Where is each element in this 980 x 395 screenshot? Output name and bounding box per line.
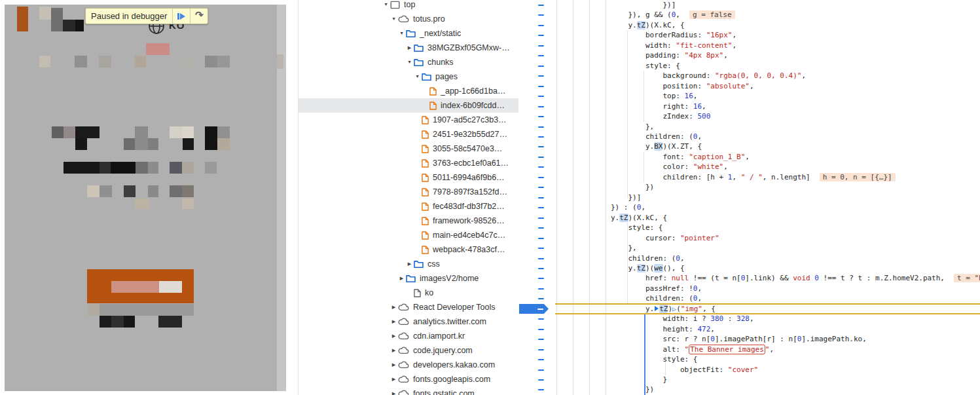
tree-item[interactable]: ▶code.jquery.com [299,343,518,358]
code-line[interactable]: style: { [518,223,980,233]
code-line[interactable]: }) : (0, [518,202,980,212]
disclosure-chevron-icon[interactable]: ▼ [382,2,389,7]
code-line[interactable]: borderRadius: "16px", [518,30,980,40]
code-line[interactable]: zIndex: 500 [518,111,980,121]
code-token: ( [676,305,681,313]
tree-item[interactable]: webpack-478a3cf… [299,242,518,257]
tree-item[interactable]: 7978-897f3a152fd… [299,185,518,199]
code-line[interactable]: })] [518,0,980,10]
code-line[interactable]: }) [518,182,980,192]
code-token: "caption_1_B" [689,153,745,161]
highlighted-token[interactable]: tZ [659,305,668,313]
code-line[interactable]: right: 16, [518,102,980,111]
highlighted-token[interactable]: tZ [637,21,645,29]
code-line[interactable]: width: i ? 380 : 328, [518,314,980,324]
tree-item[interactable]: ▼pages [299,69,518,84]
tree-item[interactable]: ▶fonts.gstatic.com [299,386,518,395]
disclosure-chevron-icon[interactable]: ▶ [398,276,405,281]
step-over-button[interactable]: ↷ [190,9,208,24]
code-line[interactable]: })] [518,193,980,202]
disclosure-chevron-icon[interactable]: ▼ [398,31,405,36]
code-line[interactable]: }, [518,243,980,253]
code-line[interactable]: alt: "The Banner images", [518,345,980,354]
tree-item[interactable]: 2451-9e32b55d27… [299,127,518,141]
code-line[interactable]: } [518,375,980,385]
code-token: })] [611,193,641,202]
disclosure-chevron-icon[interactable]: ▶ [390,305,397,310]
tree-item[interactable]: 1907-ad5c27c3b3… [299,113,518,127]
tree-item[interactable]: framework-98526… [299,214,518,228]
tree-item[interactable]: fec483df-db3f7b2… [299,199,518,214]
tree-item[interactable]: ▼_next/static [299,26,518,41]
code-line[interactable]: background: "rgba(0, 0, 0, 0.4)", [518,71,980,81]
code-token: , [710,325,715,333]
tree-item[interactable]: ▼totus.pro [299,12,518,26]
tree-item[interactable]: ▶38MGZBxf05GMxw-… [299,41,518,55]
code-line[interactable]: style: { [518,354,980,364]
disclosure-chevron-icon[interactable]: ▶ [390,362,397,367]
code-line[interactable]: y.tZ)(X.kC, { [518,213,980,223]
code-line[interactable]: children: (0, [518,293,980,303]
tree-item[interactable]: ▶cdn.iamport.kr [299,329,518,343]
resume-button[interactable] [172,9,190,24]
code-line[interactable]: passHref: !0, [518,284,980,293]
disclosure-chevron-icon[interactable]: ▶ [390,348,397,353]
tree-item[interactable]: ▼top [299,0,518,12]
code-line[interactable]: width: "fit-content", [518,41,980,50]
code-line[interactable]: top: 16, [518,91,980,101]
code-line[interactable]: }, [518,122,980,132]
code-line[interactable]: font: "caption_1_B", [518,152,980,162]
tree-item[interactable]: main-ed4ceb4c7c… [299,228,518,242]
tree-item[interactable]: ko [299,286,518,300]
tree-item[interactable]: ▶fonts.googleapis.com [299,372,518,386]
code-line[interactable]: position: "absolute", [518,81,980,91]
disclosure-chevron-icon[interactable]: ▼ [390,16,397,22]
highlighted-token[interactable]: tZ [619,214,628,222]
code-token: 0 [814,274,819,282]
tree-item[interactable]: 5011-6994a6f9b6… [299,170,518,185]
highlighted-token[interactable]: BX [654,142,662,151]
tree-item[interactable]: _app-1c66d1ba… [299,84,518,98]
code-line[interactable]: y.tZ)(X.kC, { [518,20,980,30]
code-line[interactable]: children: (0, [518,254,980,263]
tree-item[interactable]: ▶developers.kakao.com [299,358,518,372]
code-line[interactable]: children: [h + 1, " / ", n.length]h = 0,… [518,172,980,182]
code-line[interactable]: y.BX)(X.ZT, { [518,141,980,151]
disclosure-chevron-icon[interactable]: ▶ [390,333,397,339]
code-line[interactable]: children: (0, [518,132,980,141]
disclosure-chevron-icon[interactable]: ▶ [390,391,397,395]
code-line[interactable]: padding: "4px 8px", [518,50,980,60]
code-line[interactable]: cursor: "pointer" [518,233,980,243]
tree-item[interactable]: ▼chunks [299,55,518,69]
code-token: "fit-content" [676,41,732,50]
code-line[interactable]: style: { [518,61,980,71]
tree-item[interactable]: ▶css [299,257,518,271]
highlighted-token[interactable]: tZ [637,264,645,273]
code-line[interactable]: href: null !== (t = n[0].link) && void 0… [518,273,980,283]
code-line[interactable]: color: "white", [518,162,980,172]
code-token: The Banner images [689,345,765,354]
disclosure-chevron-icon[interactable]: ▶ [406,261,412,267]
tree-item[interactable]: ▶analytics.twitter.com [299,314,518,329]
disclosure-chevron-icon[interactable]: ▶ [390,319,397,324]
code-line[interactable]: objectFit: "cover" [518,365,980,375]
code-line[interactable]: y.tZ)(we(), { [518,263,980,273]
code-token: : [723,314,736,323]
tree-item[interactable]: ▶React Developer Tools [299,300,518,314]
disclosure-chevron-icon[interactable]: ▶ [390,377,397,382]
code-token: alt: [611,345,685,354]
code-line[interactable]: y.tZ)▷("img", { [518,304,980,314]
tree-item[interactable]: 3763-ecbc1ef0a61… [299,156,518,170]
disclosure-chevron-icon[interactable]: ▼ [414,74,420,79]
code-line[interactable]: }), g && (0,g = false [518,10,980,20]
tree-item[interactable]: 3055-58c5470e3… [299,141,518,156]
highlighted-token[interactable]: we [654,264,662,273]
code-line[interactable]: src: r ? n[0].imagePath[r] : n[0].imageP… [518,334,980,344]
disclosure-chevron-icon[interactable]: ▼ [406,60,412,65]
tree-item[interactable]: ▶imagesV2/home [299,271,518,286]
cloud-icon [398,361,409,369]
code-line[interactable]: }) [518,385,980,394]
tree-item[interactable]: index-6b09fcdd… [299,98,518,113]
disclosure-chevron-icon[interactable]: ▶ [406,45,412,50]
code-line[interactable]: height: 472, [518,324,980,334]
